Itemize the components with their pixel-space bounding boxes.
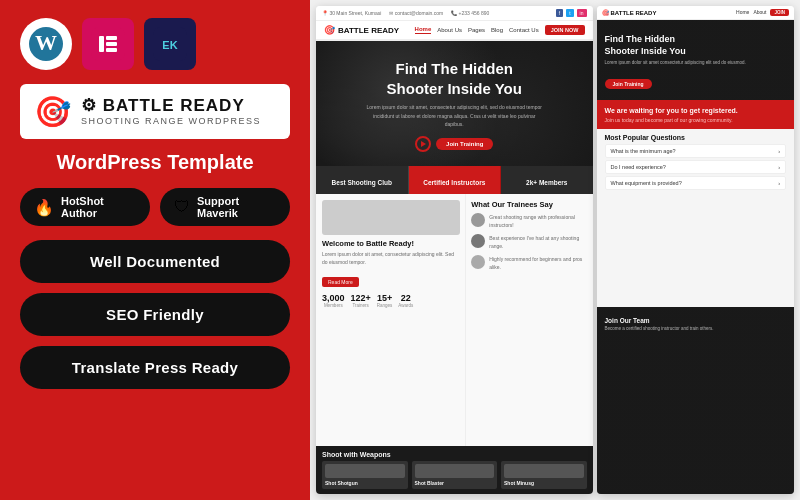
- avatar-3: [471, 255, 485, 269]
- side-nav-about[interactable]: About: [753, 9, 766, 16]
- content-right: What Our Trainees Say Great shooting ran…: [466, 194, 592, 447]
- stat-members: 2k+ Members: [501, 166, 593, 194]
- logo-icon: 🎯: [34, 94, 71, 129]
- side-target-icon: 🎯: [602, 9, 609, 16]
- fire-icon: 🔥: [34, 198, 54, 217]
- nav-pages[interactable]: Pages: [468, 27, 485, 33]
- hotshot-badge: 🔥 HotShot Author: [20, 188, 150, 226]
- join-now-btn[interactable]: JOIN NOW: [545, 25, 585, 35]
- stat-members-mini: 3,000 Members: [322, 293, 345, 308]
- hero-cta-row: Join Training: [332, 136, 577, 152]
- chevron-icon-2: ›: [778, 164, 780, 170]
- nav-logo: 🎯 BATTLE READY: [324, 25, 399, 35]
- sniper-text: Become a certified shooting instructor a…: [605, 326, 787, 333]
- faq-title: Most Popular Questions: [605, 134, 787, 141]
- stats-mini: 3,000 Members 122+ Trainers 15+ Ranges: [322, 293, 460, 308]
- elementor-icon: [82, 18, 134, 70]
- faq-list: What is the minimum age? › Do I need exp…: [605, 144, 787, 190]
- logo-text: ⚙ BATTLE READY SHOOTING RANGE WORDPRESS: [81, 97, 261, 126]
- shield-icon: 🛡: [174, 198, 190, 216]
- svg-rect-6: [106, 48, 117, 52]
- sniper-title: Join Our Team: [605, 317, 787, 324]
- review-3: Highly recommend for beginners and pros …: [471, 255, 586, 271]
- side-navbar: 🎯 BATTLE READY Home About JOIN: [597, 6, 795, 20]
- template-label: WordPress Template: [20, 151, 290, 174]
- hero-title: Find The HiddenShooter Inside You: [332, 59, 577, 98]
- register-title: We are waiting for you to get registered…: [605, 106, 787, 115]
- play-triangle: [421, 141, 426, 147]
- svg-rect-4: [106, 36, 117, 40]
- nav-blog[interactable]: Blog: [491, 27, 503, 33]
- social-icons: f t in: [556, 9, 587, 17]
- reviews-title: What Our Trainees Say: [471, 200, 586, 209]
- chevron-icon-1: ›: [778, 148, 780, 154]
- nav-contact[interactable]: Contact Us: [509, 27, 539, 33]
- weapon-img-2: [415, 464, 495, 478]
- support-label: Support Maverik: [197, 195, 276, 219]
- left-panel: W EK 🎯 ⚙ BATTLE READY SHOOTING RAN: [0, 0, 310, 500]
- side-join-btn[interactable]: JOIN: [770, 9, 789, 16]
- feature-btn-1: Well Documented: [20, 240, 290, 283]
- badge-row: 🔥 HotShot Author 🛡 Support Maverik: [20, 188, 290, 226]
- welcome-title: Welcome to Battle Ready!: [322, 239, 460, 248]
- side-hero: Find The HiddenShooter Inside You Lorem …: [597, 20, 795, 100]
- faq-section: Most Popular Questions What is the minim…: [597, 129, 795, 306]
- stat-ranges-mini: 15+ Ranges: [377, 293, 393, 308]
- side-hero-title: Find The HiddenShooter Inside You: [605, 34, 787, 57]
- svg-text:EK: EK: [162, 39, 177, 51]
- logo-sub-text: SHOOTING RANGE WORDPRESS: [81, 116, 261, 126]
- faq-item-1[interactable]: What is the minimum age? ›: [605, 144, 787, 158]
- nav-links: Home About Us Pages Blog Contact Us JOIN…: [415, 25, 585, 35]
- faq-item-2[interactable]: Do I need experience? ›: [605, 160, 787, 174]
- join-training-btn[interactable]: Join Training: [436, 138, 493, 150]
- stat-instructors: Certified Instructors: [409, 166, 502, 194]
- content-left: Welcome to Battle Ready! Lorem ipsum dol…: [316, 194, 466, 447]
- svg-rect-5: [106, 42, 117, 46]
- target-icon: 🎯: [324, 25, 335, 35]
- side-hero-text: Lorem ipsum dolor sit amet consectetur a…: [605, 60, 787, 67]
- play-icon[interactable]: [415, 136, 431, 152]
- content-area: Welcome to Battle Ready! Lorem ipsum dol…: [316, 194, 593, 447]
- hotshot-label: HotShot Author: [61, 195, 136, 219]
- feature-btn-3: Translate Press Ready: [20, 346, 290, 389]
- stat-awards-mini: 22 Awards: [398, 293, 413, 308]
- hero-subtitle: Lorem ipsum dolor sit amet, consectetur …: [364, 103, 544, 129]
- faq-item-3[interactable]: What equipment is provided? ›: [605, 176, 787, 190]
- mockup-wrapper: 📍 30 Main Street, Kumasi ✉ contact@domai…: [316, 6, 794, 494]
- ig-icon: in: [577, 9, 587, 17]
- avatar-2: [471, 234, 485, 248]
- register-section: We are waiting for you to get registered…: [597, 100, 795, 129]
- avatar-1: [471, 213, 485, 227]
- svg-text:W: W: [35, 30, 57, 55]
- nav-about[interactable]: About Us: [437, 27, 462, 33]
- welcome-text: Lorem ipsum dolor sit amet, consectetur …: [322, 250, 460, 266]
- stat-trainers-mini: 122+ Trainers: [351, 293, 371, 308]
- weapons-title: Shoot with Weapons: [322, 451, 587, 458]
- main-navbar: 🎯 BATTLE READY Home About Us Pages Blog …: [316, 21, 593, 41]
- weapon-3: Shot Minusg: [501, 461, 587, 489]
- review-1: Great shooting range with professional i…: [471, 213, 586, 229]
- side-logo: 🎯 BATTLE READY: [602, 9, 657, 16]
- site-address-bar: 📍 30 Main Street, Kumasi ✉ contact@domai…: [322, 10, 489, 16]
- stat-shooting-club: Best Shooting Club: [316, 166, 409, 194]
- side-nav-home[interactable]: Home: [736, 9, 749, 16]
- right-panel: 📍 30 Main Street, Kumasi ✉ contact@domai…: [310, 0, 800, 500]
- reviews-list: Great shooting range with professional i…: [471, 213, 586, 271]
- read-more-btn[interactable]: Read More: [322, 277, 359, 287]
- side-mockup: 🎯 BATTLE READY Home About JOIN Find The …: [597, 6, 795, 494]
- chevron-icon-3: ›: [778, 180, 780, 186]
- side-cta[interactable]: Join Training: [605, 79, 652, 89]
- feature-btn-2: SEO Friendly: [20, 293, 290, 336]
- logo-main-text: ⚙ BATTLE READY: [81, 97, 261, 116]
- weapon-img-3: [504, 464, 584, 478]
- sniper-section: Join Our Team Become a certified shootin…: [597, 307, 795, 494]
- register-text: Join us today and become part of our gro…: [605, 117, 787, 123]
- stats-bar: Best Shooting Club Certified Instructors…: [316, 166, 593, 194]
- hero-section: Find The HiddenShooter Inside You Lorem …: [316, 41, 593, 166]
- weapons-section: Shoot with Weapons Shot Shotgun Shot Bla…: [316, 446, 593, 494]
- weapons-grid: Shot Shotgun Shot Blaster Shot Minusg: [322, 461, 587, 489]
- weapon-1: Shot Shotgun: [322, 461, 408, 489]
- svg-rect-3: [99, 36, 104, 52]
- welcome-image: [322, 200, 460, 235]
- nav-home[interactable]: Home: [415, 26, 432, 34]
